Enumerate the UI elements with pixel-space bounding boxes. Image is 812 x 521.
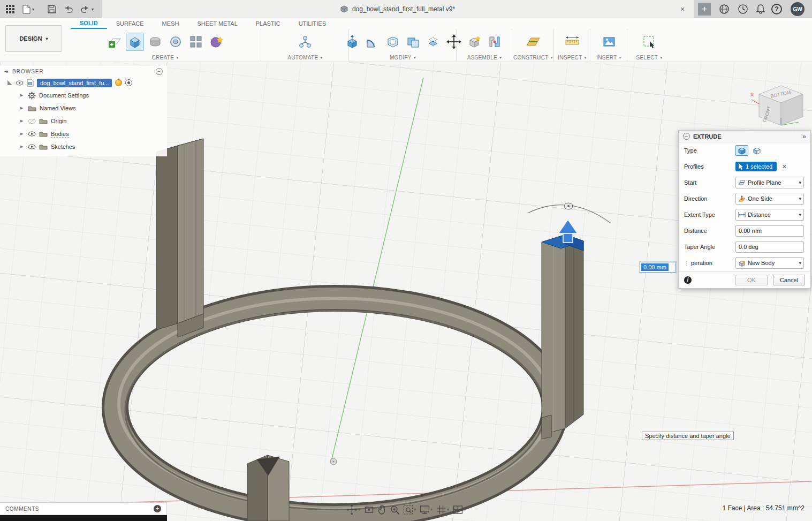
expander-icon[interactable]: ▶ <box>20 132 25 136</box>
right-leg-body[interactable] <box>542 236 583 439</box>
pattern-icon[interactable] <box>187 33 205 51</box>
joint-icon[interactable] <box>485 33 504 51</box>
direction-dropdown[interactable]: One Side ▾ <box>735 193 804 205</box>
group-label-insert[interactable]: INSERT▾ <box>596 53 621 62</box>
tab-utilities[interactable]: UTILITIES <box>290 18 335 29</box>
create-sketch-icon[interactable] <box>105 33 124 51</box>
browser-item-document-settings[interactable]: ▶ Document Settings <box>0 89 167 102</box>
tab-plastic[interactable]: PLASTIC <box>247 18 290 29</box>
look-at-icon[interactable] <box>364 505 374 515</box>
redo-icon[interactable]: ▾ <box>78 3 96 16</box>
fit-icon[interactable]: ▾ <box>403 505 416 515</box>
offset-face-icon[interactable] <box>424 33 443 51</box>
extrude-type-solid-button[interactable] <box>735 145 748 156</box>
combine-icon[interactable] <box>404 33 422 51</box>
browser-root-row[interactable]: dog_bowl_stand_first_fu... <box>0 77 167 89</box>
eye-off-icon[interactable] <box>28 118 36 124</box>
browser-item-origin[interactable]: ▶ Origin <box>0 115 167 127</box>
group-label-select[interactable]: SELECT▾ <box>636 53 662 62</box>
extent-type-dropdown[interactable]: Distance ▾ <box>735 209 804 221</box>
taper-angle-input[interactable] <box>735 241 804 253</box>
bottom-leg-body[interactable] <box>247 455 289 521</box>
distance-manipulator-input[interactable]: 0.00 mm <box>640 262 676 273</box>
group-label-inspect[interactable]: INSPECT▾ <box>558 53 587 62</box>
workspace-switcher[interactable]: DESIGN ▾ <box>5 25 62 52</box>
group-label-assemble[interactable]: ASSEMBLE▾ <box>467 53 502 62</box>
select-icon[interactable] <box>640 33 658 51</box>
add-comment-icon[interactable]: + <box>154 505 161 512</box>
extrude-dialog-header[interactable]: − EXTRUDE » <box>679 131 810 142</box>
revolve-icon[interactable] <box>146 33 164 51</box>
view-cube[interactable]: BOTTOM FRONT X <box>749 72 810 130</box>
document-close-icon[interactable]: × <box>678 4 687 14</box>
insert-image-icon[interactable] <box>600 33 618 51</box>
taper-angle-manipulator[interactable] <box>528 203 610 223</box>
eye-icon[interactable] <box>16 80 24 86</box>
profiles-clear-icon[interactable]: × <box>782 162 786 171</box>
form-icon[interactable] <box>207 33 225 51</box>
expander-icon[interactable]: ▶ <box>20 106 25 110</box>
browser-item-sketches[interactable]: ▶ Sketches <box>0 140 167 153</box>
new-component-icon[interactable] <box>465 33 483 51</box>
measure-icon[interactable] <box>563 33 581 51</box>
press-pull-icon[interactable] <box>343 33 361 51</box>
dialog-dock-icon[interactable]: » <box>802 132 806 140</box>
file-menu-icon[interactable]: ▾ <box>19 3 37 16</box>
extrude-type-thin-button[interactable] <box>750 145 763 156</box>
browser-item-named-views[interactable]: ▶ Named Views <box>0 102 167 115</box>
expander-icon[interactable]: ▶ <box>20 119 25 123</box>
browser-collapse-icon[interactable]: ◂◂ <box>4 69 7 74</box>
info-icon[interactable]: i <box>684 276 692 284</box>
document-tab[interactable]: dog_bowl_stand_first_full_metal v9* × <box>102 0 694 18</box>
fillet-icon[interactable] <box>363 33 382 51</box>
orbit-icon[interactable]: ▾ <box>346 504 360 515</box>
help-icon[interactable]: ? <box>771 4 782 14</box>
display-settings-icon[interactable]: ▾ <box>420 505 432 515</box>
distance-input[interactable] <box>735 225 804 237</box>
ok-button[interactable]: OK <box>735 275 768 285</box>
viewports-icon[interactable]: ▾ <box>453 505 466 515</box>
tab-mesh[interactable]: MESH <box>153 18 188 29</box>
user-avatar[interactable]: GW <box>791 2 805 16</box>
browser-item-bodies[interactable]: ▶ Bodies <box>0 127 167 140</box>
group-label-automate[interactable]: AUTOMATE▾ <box>287 53 322 62</box>
expander-icon[interactable]: ▶ <box>20 93 25 97</box>
automate-icon[interactable] <box>296 33 314 51</box>
app-grid-icon[interactable] <box>3 3 17 16</box>
profiles-selected-button[interactable]: 1 selected <box>735 162 777 171</box>
activate-component-radio[interactable] <box>125 79 132 86</box>
left-leg-body[interactable] <box>156 139 203 337</box>
group-label-create[interactable]: CREATE▾ <box>152 53 179 62</box>
sweep-icon[interactable] <box>166 33 185 51</box>
caret-down-icon: ▾ <box>414 55 416 60</box>
extrude-icon[interactable] <box>126 33 144 51</box>
eye-icon[interactable] <box>28 144 36 149</box>
root-component-name[interactable]: dog_bowl_stand_first_fu... <box>37 79 112 87</box>
dialog-collapse-icon[interactable]: − <box>683 133 690 140</box>
tab-surface[interactable]: SURFACE <box>107 18 153 29</box>
extensions-icon[interactable] <box>717 3 731 16</box>
undo-icon[interactable] <box>61 3 75 16</box>
comments-bar[interactable]: COMMENTS + <box>0 502 167 515</box>
group-label-modify[interactable]: MODIFY▾ <box>390 53 416 62</box>
tab-sheet-metal[interactable]: SHEET METAL <box>188 18 246 29</box>
job-status-icon[interactable] <box>736 3 750 16</box>
construct-plane-icon[interactable] <box>524 33 542 51</box>
zoom-icon[interactable] <box>390 505 399 515</box>
cancel-button[interactable]: Cancel <box>773 275 805 285</box>
origin-marker[interactable] <box>330 458 337 465</box>
browser-minimize-icon[interactable]: − <box>156 68 163 75</box>
row-grip-icon[interactable]: ⋮ <box>684 260 689 266</box>
group-label-construct[interactable]: CONSTRUCT▾ <box>513 53 553 62</box>
save-icon[interactable] <box>45 3 59 16</box>
operation-dropdown[interactable]: New Body ▾ <box>735 257 804 269</box>
grid-settings-icon[interactable]: ▾ <box>436 505 449 515</box>
start-dropdown[interactable]: Profile Plane ▾ <box>735 177 804 188</box>
tab-solid[interactable]: SOLID <box>71 18 107 29</box>
shell-icon[interactable] <box>384 33 402 51</box>
expander-icon[interactable]: ▶ <box>20 145 25 149</box>
pan-icon[interactable] <box>377 505 386 515</box>
eye-icon[interactable] <box>28 131 36 137</box>
notifications-bell-icon[interactable] <box>754 3 768 16</box>
new-tab-button[interactable]: + <box>698 3 711 16</box>
